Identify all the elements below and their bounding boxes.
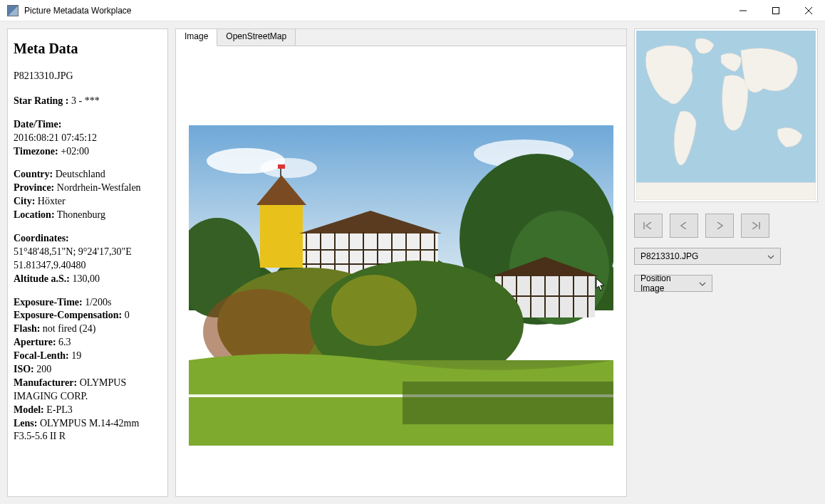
maximize-button[interactable] [759,0,792,21]
tab-bar: Image OpenStreetMap [176,29,626,46]
star-rating-label: Star Rating : [14,95,69,106]
svg-rect-45 [403,382,613,424]
location-value: Thonenburg [57,209,105,220]
manufacturer-label: Manufacturer: [14,377,77,388]
svg-rect-13 [280,168,281,177]
metadata-heading: Meta Data [14,39,162,58]
star-rating-value: 3 - *** [71,95,100,106]
province-value: Nordrhein-Westfalen [57,182,141,193]
timezone-value: +02:00 [61,146,89,157]
flash-value: not fired (24) [43,323,96,334]
flash-label: Flash: [14,323,40,334]
iso-label: ISO: [14,364,34,374]
tab-openstreetmap[interactable]: OpenStreetMap [217,29,296,46]
filename: P8213310.JPG [14,70,162,83]
tab-image[interactable]: Image [176,29,217,46]
coordinates-dms: 51°48'48,51"N; 9°24'17,30"E [14,246,162,259]
country-label: Country: [14,169,53,179]
exposure-comp-label: Exposure-Compensation: [14,310,122,320]
chevron-down-icon [696,278,709,288]
close-button[interactable] [792,0,825,21]
window-title: Picture Metadata Workplace [24,6,132,16]
file-select-value: P8213310.JPG [640,251,698,261]
nav-first-button[interactable] [634,214,663,238]
svg-point-42 [331,275,417,346]
right-panel: P8213310.JPG Position Image [634,28,818,497]
window-titlebar: Picture Metadata Workplace [0,0,825,21]
coordinates-label: Coordinates: [14,233,69,243]
province-label: Province: [14,182,54,193]
aperture-value: 6.3 [58,337,71,347]
nav-prev-button[interactable] [670,214,698,238]
exposure-time-label: Exposure-Time: [14,297,83,308]
action-select-value: Position Image [640,273,696,293]
country-value: Deutschland [56,169,105,179]
altitude-value: 130,00 [72,273,100,284]
nav-buttons [634,214,818,238]
metadata-panel: Meta Data P8213310.JPG Star Rating : 3 -… [7,28,168,497]
action-select[interactable]: Position Image [634,275,712,292]
image-panel: Image OpenStreetMap [175,28,627,497]
aperture-label: Aperture: [14,337,56,347]
city-label: City: [14,196,35,206]
file-select[interactable]: P8213310.JPG [634,248,781,265]
app-icon [7,5,19,16]
datetime-value: 2016:08:21 07:45:12 [14,132,162,145]
iso-value: 200 [36,364,51,374]
altitude-label: Altitude a.S.: [14,273,70,284]
image-area [176,46,626,496]
minimize-button[interactable] [727,0,759,21]
location-label: Location: [14,209,55,220]
timezone-label: Timezone: [14,146,58,157]
svg-point-6 [260,158,317,178]
exposure-time-value: 1/200s [85,297,111,308]
svg-rect-1 [773,7,779,14]
focal-length-value: 19 [71,350,81,361]
world-map[interactable] [634,28,818,202]
coordinates-dec: 51.81347,9.40480 [14,259,162,273]
city-value: Höxter [38,196,66,206]
svg-rect-11 [260,204,303,268]
model-label: Model: [14,404,44,415]
exposure-comp-value: 0 [125,310,130,320]
svg-rect-47 [636,182,816,200]
photo-preview [189,125,613,446]
model-value: E-PL3 [46,404,73,415]
lens-label: Lens: [14,418,37,429]
focal-length-label: Focal-Lenth: [14,350,69,361]
nav-next-button[interactable] [705,214,734,238]
datetime-label: Date/Time: [14,119,61,130]
chevron-down-icon [764,251,777,261]
svg-rect-14 [278,164,285,169]
nav-last-button[interactable] [741,214,769,238]
